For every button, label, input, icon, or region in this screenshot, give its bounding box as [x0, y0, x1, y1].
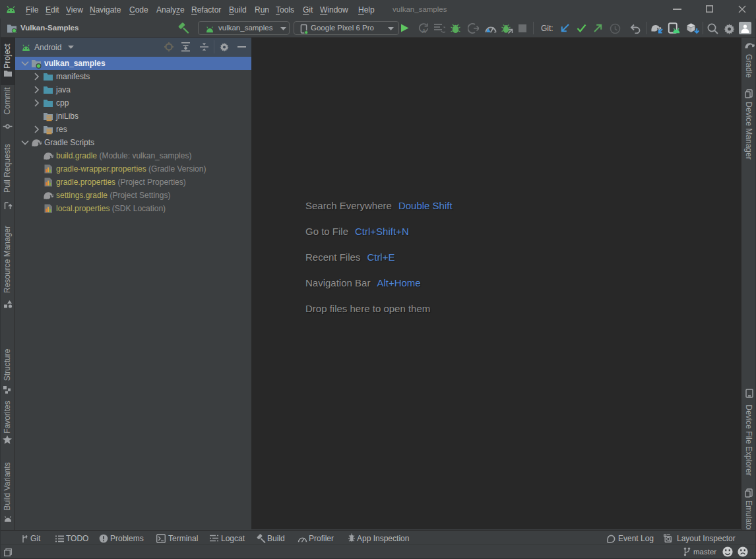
- svg-text:A: A: [422, 28, 426, 34]
